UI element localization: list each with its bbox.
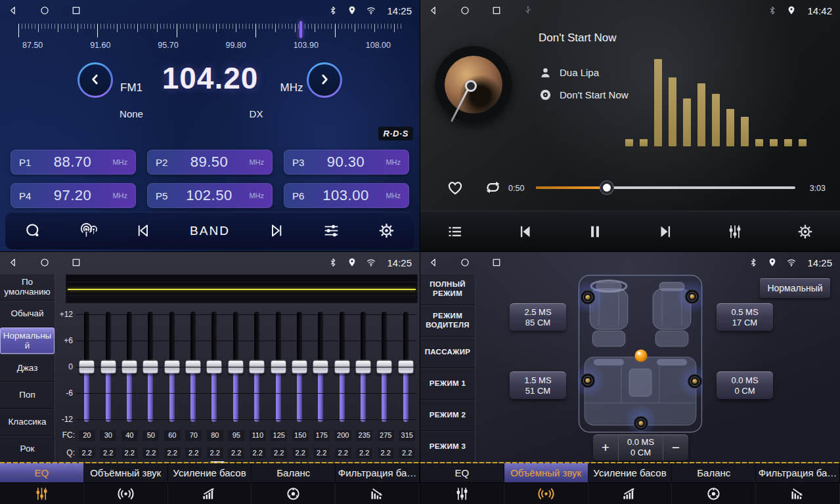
preset-button-p3[interactable]: P390.30MHz bbox=[284, 150, 409, 175]
q-value[interactable]: 2.2 bbox=[142, 447, 160, 459]
q-value[interactable]: 2.2 bbox=[355, 447, 373, 459]
fc-value[interactable]: 70 bbox=[185, 429, 202, 442]
stage-mode-item-1[interactable]: ПОЛНЫЙ РЕЖИМ bbox=[420, 274, 475, 305]
fc-value[interactable]: 150 bbox=[292, 429, 309, 442]
playlist-button[interactable] bbox=[447, 223, 464, 240]
stage-tab-4[interactable]: Баланс bbox=[672, 463, 756, 482]
fc-value[interactable]: 200 bbox=[334, 429, 352, 442]
nav-home-icon[interactable] bbox=[39, 257, 50, 268]
fc-value[interactable]: 275 bbox=[377, 429, 395, 442]
eq-tab-4[interactable]: Баланс bbox=[252, 463, 336, 482]
eq-preset-item-6[interactable]: Классика bbox=[0, 409, 55, 436]
stage-mode-item-5[interactable]: РЕЖИМ 2 bbox=[420, 400, 475, 431]
nav-home-icon[interactable] bbox=[460, 5, 470, 16]
eq-preset-item-2[interactable]: Обычай bbox=[0, 301, 55, 327]
stage-mode-item-6[interactable]: РЕЖИМ 3 bbox=[420, 431, 475, 463]
eq-tab-5[interactable]: Фильтрация ба… bbox=[336, 463, 420, 482]
equalizer-button[interactable] bbox=[322, 222, 340, 240]
q-value[interactable]: 2.2 bbox=[313, 447, 330, 459]
q-value[interactable]: 2.2 bbox=[185, 447, 202, 459]
stage-tab-icon-2[interactable] bbox=[504, 483, 588, 504]
fc-value[interactable]: 20 bbox=[78, 429, 96, 442]
front-left-delay-button[interactable]: 2.5 MS 85 CM bbox=[510, 303, 566, 331]
repeat-button[interactable] bbox=[483, 178, 502, 197]
stage-tab-icon-3[interactable] bbox=[588, 483, 673, 504]
stage-mode-item-4[interactable]: РЕЖИМ 1 bbox=[420, 368, 475, 400]
eq-tab-icon-3[interactable] bbox=[168, 483, 252, 504]
nav-recents-icon[interactable] bbox=[71, 5, 81, 16]
fc-value[interactable]: 60 bbox=[164, 429, 181, 442]
stage-preset-badge[interactable]: Нормальный bbox=[760, 278, 830, 298]
fc-value[interactable]: 110 bbox=[249, 429, 267, 442]
eq-tab-icon-1[interactable] bbox=[0, 483, 84, 504]
stage-mode-item-3[interactable]: ПАССАЖИР bbox=[420, 337, 475, 368]
nav-recents-icon[interactable] bbox=[71, 257, 81, 268]
q-value[interactable]: 2.2 bbox=[398, 447, 416, 459]
settings-button[interactable] bbox=[797, 223, 814, 240]
q-value[interactable]: 2.2 bbox=[249, 447, 267, 459]
rear-right-delay-button[interactable]: 0.0 MS 0 CM bbox=[717, 371, 773, 399]
nav-back-icon[interactable] bbox=[8, 257, 18, 268]
eq-tab-icon-4[interactable] bbox=[252, 483, 336, 504]
fc-value[interactable]: 315 bbox=[398, 429, 416, 442]
preset-button-p1[interactable]: P188.70MHz bbox=[11, 150, 136, 175]
scan-button[interactable] bbox=[24, 222, 42, 240]
fc-value[interactable]: 95 bbox=[227, 429, 245, 442]
q-value[interactable]: 2.2 bbox=[121, 447, 139, 459]
fc-value[interactable]: 30 bbox=[99, 429, 117, 442]
progress-bar[interactable] bbox=[536, 186, 795, 189]
q-value[interactable]: 2.2 bbox=[270, 447, 288, 459]
eq-tab-2[interactable]: Объёмный звук bbox=[84, 463, 168, 482]
fc-value[interactable]: 235 bbox=[355, 429, 373, 442]
eq-preset-item-3[interactable]: Нормальный bbox=[0, 327, 55, 354]
nav-back-icon[interactable] bbox=[8, 5, 18, 16]
tune-down-button[interactable] bbox=[77, 62, 113, 98]
nav-home-icon[interactable] bbox=[39, 5, 50, 16]
front-right-delay-button[interactable]: 0.5 MS 17 CM bbox=[717, 303, 773, 331]
progress-knob[interactable] bbox=[600, 181, 613, 194]
fc-value[interactable]: 175 bbox=[313, 429, 330, 442]
seek-next-button[interactable] bbox=[267, 222, 285, 240]
nav-back-icon[interactable] bbox=[428, 257, 439, 268]
stage-tab-icon-5[interactable] bbox=[756, 483, 840, 504]
eq-preset-item-7[interactable]: Рок bbox=[0, 436, 55, 463]
frequency-dial[interactable]: 87.5091.6095.7099.80103.90108.00 bbox=[0, 21, 420, 55]
q-value[interactable]: 2.2 bbox=[227, 447, 245, 459]
tune-up-button[interactable] bbox=[307, 62, 342, 98]
stage-tab-5[interactable]: Фильтрация ба… bbox=[756, 463, 840, 482]
q-value[interactable]: 2.2 bbox=[377, 447, 395, 459]
stage-mode-item-2[interactable]: РЕЖИМ ВОДИТЕЛЯ bbox=[420, 305, 475, 337]
album-art[interactable] bbox=[435, 46, 512, 123]
stage-tab-3[interactable]: Усиление басов bbox=[588, 463, 673, 482]
fc-value[interactable]: 50 bbox=[142, 429, 160, 442]
eq-tab-icon-5[interactable] bbox=[336, 483, 420, 504]
stage-tab-2[interactable]: Объёмный звук bbox=[504, 463, 588, 482]
stage-tab-icon-4[interactable] bbox=[672, 483, 756, 504]
fc-value[interactable]: 40 bbox=[121, 429, 139, 442]
previous-track-button[interactable] bbox=[517, 223, 534, 240]
nav-recents-icon[interactable] bbox=[491, 257, 502, 268]
eq-preset-item-1[interactable]: По умолчанию bbox=[0, 274, 55, 301]
favorite-button[interactable] bbox=[445, 177, 465, 197]
fc-value[interactable]: 80 bbox=[206, 429, 224, 442]
eq-preset-item-5[interactable]: Поп bbox=[0, 382, 55, 409]
rear-left-delay-button[interactable]: 1.5 MS 51 CM bbox=[510, 371, 566, 399]
preset-button-p5[interactable]: P5102.50MHz bbox=[147, 183, 273, 208]
stage-tab-1[interactable]: EQ bbox=[420, 463, 504, 482]
stage-tab-icon-1[interactable] bbox=[420, 483, 504, 504]
next-track-button[interactable] bbox=[657, 223, 674, 240]
fc-value[interactable]: 125 bbox=[270, 429, 288, 442]
broadcast-button[interactable] bbox=[79, 222, 97, 240]
preset-button-p6[interactable]: P6103.00MHz bbox=[284, 183, 409, 208]
q-value[interactable]: 2.2 bbox=[164, 447, 181, 459]
nav-back-icon[interactable] bbox=[428, 5, 439, 16]
seek-previous-button[interactable] bbox=[135, 222, 152, 240]
eq-tab-3[interactable]: Усиление басов bbox=[168, 463, 252, 482]
q-value[interactable]: 2.2 bbox=[99, 447, 117, 459]
band-switch-button[interactable]: BAND bbox=[190, 224, 230, 238]
q-value[interactable]: 2.2 bbox=[78, 447, 96, 459]
equalizer-button[interactable] bbox=[726, 223, 743, 240]
preset-button-p4[interactable]: P497.20MHz bbox=[11, 183, 136, 208]
eq-tab-icon-2[interactable] bbox=[84, 483, 168, 504]
q-value[interactable]: 2.2 bbox=[334, 447, 352, 459]
